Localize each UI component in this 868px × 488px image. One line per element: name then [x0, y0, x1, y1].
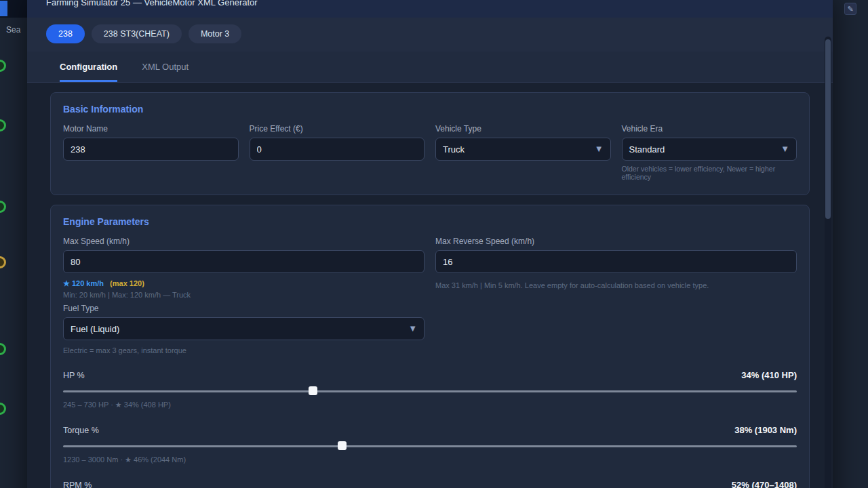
fuel-type-value: Fuel (Liquid)	[71, 324, 119, 334]
max-reverse-speed-label: Max Reverse Speed (km/h)	[435, 237, 797, 246]
status-dot-yellow	[0, 256, 6, 268]
star-icon-recommended-speed: ★ 120 km/h	[63, 279, 104, 287]
motor-tab-motor-3[interactable]: Motor 3	[189, 24, 241, 43]
max-speed-recommendation: ★ 120 km/h (max 120)	[63, 279, 425, 288]
fuel-type-helper: Electric = max 3 gears, instant torque	[63, 346, 425, 354]
rpm-percent-label: RPM %	[63, 481, 92, 488]
torque-percent-label: Torque %	[63, 426, 99, 435]
torque-percent-slider[interactable]	[63, 441, 797, 451]
basic-information-heading: Basic Information	[63, 104, 797, 115]
vehicle-era-helper: Older vehicles = lower efficiency, Newer…	[622, 165, 797, 181]
chevron-down-icon: ▼	[408, 324, 417, 333]
hp-percent-label: HP %	[63, 371, 85, 380]
rpm-percent-value: 52% (470–1408)	[732, 480, 797, 488]
basic-information-card: Basic Information Motor Name Price Effec…	[50, 92, 810, 195]
fuel-type-label: Fuel Type	[63, 304, 425, 313]
max-reverse-speed-input[interactable]	[435, 250, 797, 273]
chevron-down-icon: ▼	[781, 144, 789, 153]
edit-icon-button[interactable]: ✎	[844, 3, 856, 15]
price-effect-input[interactable]	[250, 138, 425, 161]
motor-tab-bar: 238 238 ST3(CHEAT) Motor 3	[27, 18, 833, 52]
configuration-panel: Basic Information Motor Name Price Effec…	[27, 83, 833, 488]
slider-track[interactable]	[63, 390, 797, 392]
status-dot-green	[0, 60, 6, 72]
hp-percent-value: 34% (410 HP)	[741, 370, 797, 380]
engine-parameters-card: Engine Parameters Max Speed (km/h) ★ 120…	[50, 205, 810, 488]
torque-percent-value: 38% (1903 Nm)	[734, 425, 797, 435]
rpm-percent-slider-row: RPM % 52% (470–1408) 550 – 2200 RPM · ★ …	[63, 480, 797, 488]
basic-information-grid: Motor Name Price Effect (€) Vehicle Type…	[63, 124, 797, 181]
vehicle-type-field-group: Vehicle Type Truck ▼	[435, 124, 611, 181]
motor-tab-238-st3-cheat[interactable]: 238 ST3(CHEAT)	[92, 24, 182, 43]
torque-percent-helper: 1230 – 3000 Nm · ★ 46% (2044 Nm)	[63, 455, 797, 464]
slider-track[interactable]	[63, 445, 797, 447]
hp-percent-slider-row: HP % 34% (410 HP) 245 – 730 HP · ★ 34% (…	[63, 370, 797, 409]
vehicle-era-field-group: Vehicle Era Standard ▼ Older vehicles = …	[622, 124, 797, 181]
fuel-type-select[interactable]: Fuel (Liquid) ▼	[63, 317, 425, 340]
vehiclemotor-generator-modal: Farming Simulator 25 — VehicleMotor XML …	[27, 0, 833, 488]
max-speed-input[interactable]	[63, 250, 425, 273]
slider-thumb[interactable]	[309, 386, 317, 395]
motor-name-input[interactable]	[63, 138, 239, 161]
slider-thumb[interactable]	[338, 441, 347, 450]
max-speed-label: Max Speed (km/h)	[63, 237, 425, 246]
motor-name-label: Motor Name	[63, 124, 239, 134]
engine-parameters-heading: Engine Parameters	[63, 216, 797, 227]
status-dot-green	[0, 403, 6, 415]
vehicle-type-select[interactable]: Truck ▼	[435, 138, 611, 161]
scrollbar-thumb[interactable]	[825, 39, 831, 219]
vehicle-era-value: Standard	[629, 144, 665, 155]
fuel-type-field-group: Fuel Type Fuel (Liquid) ▼ Electric = max…	[63, 304, 425, 354]
chevron-down-icon: ▼	[595, 144, 604, 153]
modal-title: Farming Simulator 25 — VehicleMotor XML …	[46, 0, 258, 7]
modal-header: Farming Simulator 25 — VehicleMotor XML …	[27, 0, 833, 18]
max-speed-field-group: Max Speed (km/h) ★ 120 km/h (max 120) Mi…	[63, 237, 425, 354]
max-speed-cap-badge: (max 120)	[110, 279, 144, 287]
status-dot-green	[0, 201, 6, 213]
max-reverse-speed-field-group: Max Reverse Speed (km/h) Max 31 km/h | M…	[435, 237, 797, 289]
tab-xml-output[interactable]: XML Output	[142, 52, 189, 82]
motor-name-field-group: Motor Name	[63, 124, 239, 181]
background-blue-button[interactable]	[0, 1, 7, 16]
background-right-strip	[833, 0, 868, 488]
status-dot-green	[0, 343, 6, 355]
modal-scrollbar[interactable]	[825, 37, 831, 488]
speed-fields-grid: Max Speed (km/h) ★ 120 km/h (max 120) Mi…	[63, 237, 797, 354]
vehicle-type-label: Vehicle Type	[435, 124, 611, 134]
vehicle-era-select[interactable]: Standard ▼	[622, 138, 797, 161]
tab-configuration[interactable]: Configuration	[60, 52, 117, 82]
vehicle-era-label: Vehicle Era	[622, 124, 797, 134]
hp-percent-helper: 245 – 730 HP · ★ 34% (408 HP)	[63, 401, 797, 409]
background-search-label: Sea	[6, 25, 20, 35]
pencil-icon: ✎	[847, 5, 853, 14]
vehicle-type-value: Truck	[443, 144, 465, 155]
max-reverse-speed-helper: Max 31 km/h | Min 5 km/h. Leave empty fo…	[435, 281, 797, 289]
motor-tab-238[interactable]: 238	[46, 24, 85, 43]
status-dot-green	[0, 119, 6, 131]
torque-percent-slider-row: Torque % 38% (1903 Nm) 1230 – 3000 Nm · …	[63, 425, 797, 464]
hp-percent-slider[interactable]	[63, 386, 797, 396]
main-tab-bar: Configuration XML Output	[27, 52, 833, 83]
max-speed-range-helper: Min: 20 km/h | Max: 120 km/h — Truck	[63, 291, 425, 299]
price-effect-label: Price Effect (€)	[250, 124, 425, 134]
price-effect-field-group: Price Effect (€)	[250, 124, 425, 181]
